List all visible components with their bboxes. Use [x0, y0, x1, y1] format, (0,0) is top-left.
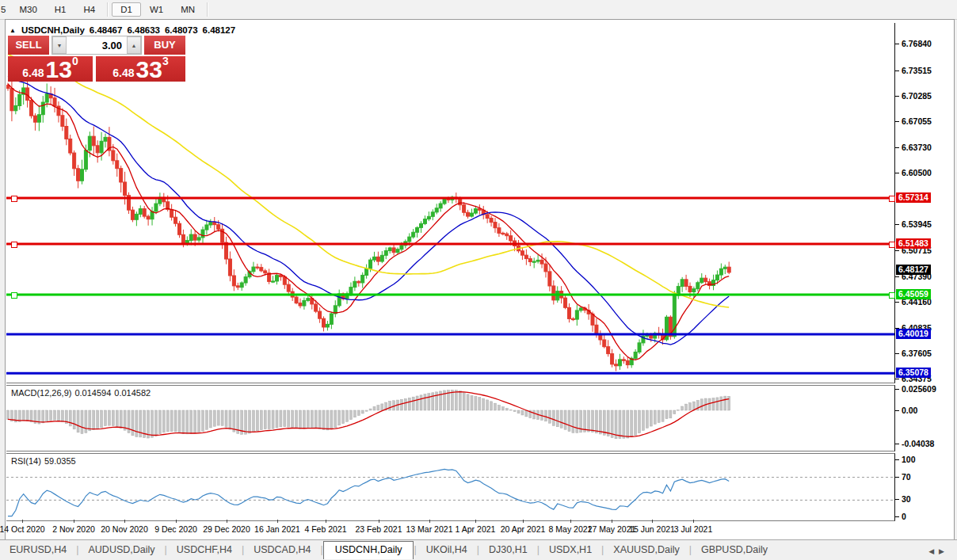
tab-scroll-nav: ◀▶ — [928, 545, 957, 558]
sell-price-big: 13 — [46, 59, 72, 80]
tab-xauusd-daily[interactable]: XAUUSD,Daily — [604, 542, 688, 558]
macd-label: MACD(12,26,9)0.0145940.014582 — [11, 388, 154, 398]
sell-price-base: 6.48 — [22, 67, 44, 80]
line-handle-left[interactable] — [11, 242, 17, 248]
toolbar-separator — [207, 2, 208, 17]
tab-usdcnh-daily[interactable]: USDCNH,Daily — [323, 541, 414, 559]
timeframe-button-5[interactable]: 5 — [0, 2, 10, 17]
rsi-line — [8, 469, 729, 516]
timeframe-button-m30[interactable]: M30 — [10, 2, 45, 17]
time-axis-label: 1 Apr 2021 — [456, 524, 496, 534]
volume-increase-button[interactable]: ▲ — [127, 36, 141, 54]
time-axis-label: 20 Nov 2020 — [101, 524, 148, 534]
rsi-name: RSI(14) — [11, 456, 41, 466]
rsi-value: 59.0355 — [44, 456, 76, 466]
sell-button[interactable]: SELL — [8, 36, 49, 55]
time-axis-tick — [326, 520, 326, 523]
time-axis-tick — [652, 520, 653, 523]
tab-audusd-daily[interactable]: AUDUSD,Daily — [79, 542, 165, 558]
rsi-scale-30: 30 — [902, 494, 911, 504]
tab-scroll-right-icon[interactable]: ▶ — [939, 547, 949, 555]
price-tick-6.47390-tick — [895, 276, 899, 277]
rsi-scale-70-tick — [895, 477, 899, 478]
price-tick-6.73515: 6.73515 — [902, 66, 932, 75]
rsi-scale-100-tick — [895, 459, 899, 460]
rsi-scale-0-tick — [895, 516, 899, 517]
time-axis-tick — [22, 520, 23, 523]
rsi-panel[interactable]: RSI(14)59.0355 — [6, 453, 895, 521]
time-axis-label: 13 Mar 2021 — [406, 524, 453, 534]
time-axis-tick — [176, 520, 177, 523]
price-line-label-6.45059: 6.45059 — [896, 289, 931, 299]
symbol-title: USDCNH,Daily — [21, 25, 85, 35]
buy-button[interactable]: BUY — [144, 36, 185, 55]
macd-scale-0.025609: 0.025609 — [902, 384, 936, 394]
line-handle-left[interactable] — [11, 196, 17, 202]
tab-usdcad-h4[interactable]: USDCAD,H4 — [244, 542, 320, 558]
tab-gbpusd-daily[interactable]: GBPUSD,Daily — [692, 542, 777, 558]
buy-price[interactable]: 6.48 33 3 — [96, 56, 185, 82]
rsi-chart-svg[interactable] — [6, 454, 894, 519]
tab-dj30-h1[interactable]: DJ30,H1 — [479, 542, 537, 558]
price-line-label-6.40019: 6.40019 — [896, 329, 931, 339]
tab-usdx-h1[interactable]: USDX,H1 — [540, 542, 601, 558]
price-tick-6.63730: 6.63730 — [902, 143, 932, 152]
price-tick-6.50715-tick — [895, 250, 899, 251]
one-click-trade-panel: SELL ▼ ▲ BUY 6.48 13 0 6.48 33 3 — [8, 36, 185, 82]
macd-scale-0.00-tick — [895, 410, 899, 411]
macd-value-2: 0.014582 — [114, 388, 151, 398]
time-axis-label: 29 Dec 2020 — [203, 524, 250, 534]
timeframe-button-w1[interactable]: W1 — [141, 2, 172, 17]
buy-price-sup: 3 — [162, 56, 169, 66]
toolbar-separator — [107, 2, 109, 17]
line-handle-left[interactable] — [11, 292, 17, 299]
volume-input[interactable] — [67, 36, 127, 54]
price-tick-6.70285: 6.70285 — [902, 91, 932, 101]
ohlc-low: 6.48073 — [165, 25, 198, 35]
price-tick-6.73515-tick — [895, 70, 899, 71]
time-axis-tick — [612, 520, 612, 523]
timeframe-button-h1[interactable]: H1 — [46, 2, 75, 17]
timeframe-button-h4[interactable]: H4 — [74, 2, 104, 17]
timeframe-button-d1[interactable]: D1 — [112, 2, 141, 17]
tab-scroll-left-icon[interactable]: ◀ — [928, 547, 939, 555]
sell-price[interactable]: 6.48 13 0 — [8, 56, 93, 82]
time-axis-label: 3 Jul 2021 — [674, 524, 712, 534]
macd-scale--0.04038-tick — [895, 444, 899, 444]
tab-ukoil-h4[interactable]: UKOil,H4 — [417, 542, 477, 558]
buy-price-big: 33 — [136, 59, 162, 80]
tab-usdchf-h4[interactable]: USDCHF,H4 — [167, 542, 242, 558]
price-tick-6.70285-tick — [895, 96, 899, 97]
line-handle-right[interactable] — [889, 196, 895, 202]
ohlc-high: 6.48633 — [127, 25, 160, 35]
price-line-label-6.57314: 6.57314 — [896, 192, 931, 203]
macd-name: MACD(12,26,9) — [11, 388, 71, 398]
ohlc-open: 6.48467 — [90, 25, 123, 35]
price-tick-6.44160-tick — [895, 302, 899, 303]
price-tick-6.76840: 6.76840 — [902, 39, 932, 48]
symbol-header: ▲ USDCNH,Daily 6.48467 6.48633 6.48073 6… — [10, 25, 240, 35]
line-handle-right[interactable] — [889, 292, 895, 299]
price-line-label-6.35078: 6.35078 — [896, 368, 931, 378]
time-axis-label: 14 Oct 2020 — [0, 524, 45, 534]
price-tick-6.60500-tick — [895, 173, 899, 173]
collapse-triangle-icon[interactable]: ▲ — [10, 27, 16, 34]
time-axis-tick — [429, 520, 430, 523]
tab-eurusd-h4[interactable]: EURUSD,H4 — [0, 542, 76, 558]
time-axis-tick — [523, 520, 524, 523]
ma-mid-line — [8, 76, 729, 345]
price-tick-6.67055: 6.67055 — [902, 116, 932, 126]
price-line-label-6.51483: 6.51483 — [896, 238, 931, 249]
line-handle-right[interactable] — [889, 242, 895, 248]
time-axis-tick — [74, 520, 74, 523]
macd-panel[interactable]: MACD(12,26,9)0.0145940.014582 — [6, 385, 895, 451]
volume-decrease-button[interactable]: ▼ — [52, 36, 67, 54]
time-axis-label: 15 Jun 2021 — [629, 524, 675, 534]
price-tick-6.76840-tick — [895, 44, 899, 44]
price-tick-6.53945: 6.53945 — [902, 219, 932, 229]
macd-scale-0.00: 0.00 — [902, 406, 917, 415]
time-axis-label: 9 Dec 2020 — [154, 524, 197, 534]
time-axis-tick — [693, 520, 694, 523]
timeframe-button-mn[interactable]: MN — [172, 2, 204, 17]
timeframe-toolbar: 5M30H1H4D1W1MN — [0, 0, 957, 20]
